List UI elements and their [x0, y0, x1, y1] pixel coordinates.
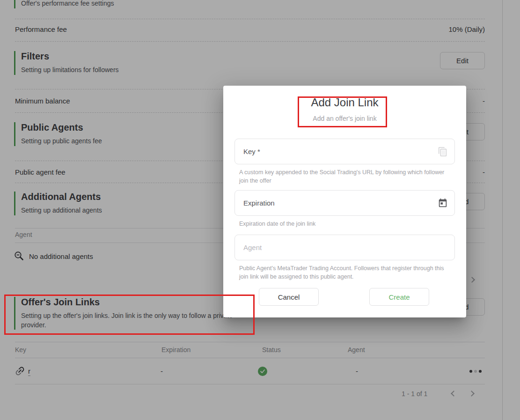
- screen: Offer's performance fee settings Perform…: [0, 0, 520, 420]
- expiration-helper-text: Expiration date of the join link: [239, 220, 315, 228]
- calendar-icon[interactable]: [438, 198, 448, 208]
- copy-icon[interactable]: [438, 147, 448, 157]
- key-helper-text: A custom key appended to the Social Trad…: [239, 168, 451, 185]
- expiration-input[interactable]: [235, 191, 454, 215]
- create-button[interactable]: Create: [369, 288, 429, 306]
- key-input[interactable]: [235, 139, 454, 164]
- cancel-button[interactable]: Cancel: [259, 288, 319, 306]
- expiration-field: [234, 190, 455, 216]
- agent-helper-text: Public Agent's MetaTrader Trading Accoun…: [239, 264, 451, 281]
- annotation-box-join-links-section: [4, 295, 255, 335]
- agent-field: [234, 235, 455, 260]
- annotation-box-dialog-title: [298, 96, 387, 127]
- key-field: [234, 139, 455, 164]
- agent-input[interactable]: [235, 235, 454, 260]
